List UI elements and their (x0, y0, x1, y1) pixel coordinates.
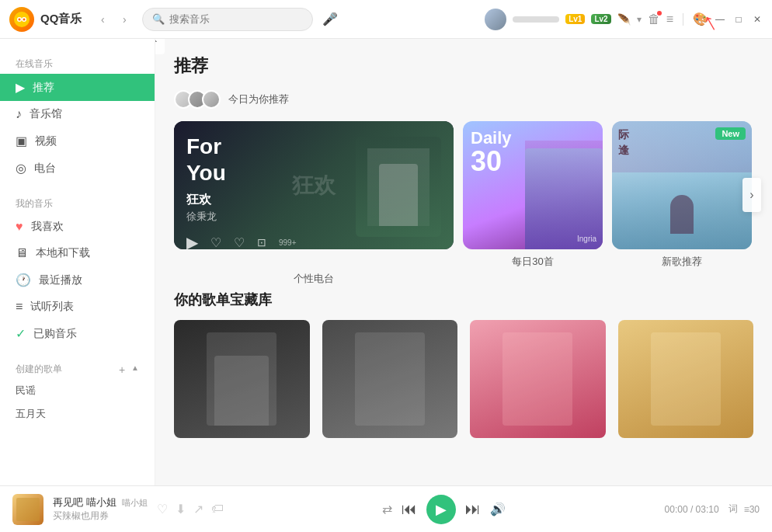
player-album-art[interactable] (12, 494, 43, 525)
next-button[interactable]: ⏭ (465, 500, 481, 518)
new-songs-label: 新歌推荐 (612, 254, 752, 269)
sidebar-item-recent[interactable]: 🕐 最近播放 (0, 266, 155, 294)
add-playlist-icon[interactable]: + (119, 363, 125, 376)
content-area: ‹ 推荐 今日为你推荐 ForYou (155, 39, 772, 485)
maximize-button[interactable]: □ (733, 14, 744, 25)
playlist-card-3[interactable] (470, 320, 606, 438)
player-tag-icon[interactable]: 🏷 (211, 502, 224, 516)
sidebar-item-music-hall[interactable]: ♪ 音乐馆 (0, 101, 155, 127)
shuffle-button[interactable]: ⇄ (382, 502, 392, 516)
for-you-card[interactable]: ForYou 狂欢 徐秉龙 ▶ ♡ ♡ ⊡ 999+ (174, 121, 454, 249)
nav-forward[interactable]: › (116, 11, 133, 28)
prev-button[interactable]: ⏮ (402, 500, 417, 518)
sidebar-divider (0, 182, 155, 191)
playlist-person-1 (207, 332, 276, 426)
rec-avatars (174, 90, 221, 109)
player-like-icon[interactable]: ♡ (157, 502, 168, 516)
user-area: Lv1 Lv2 🪶 ▾ (353, 9, 641, 30)
carousel-prev[interactable]: ‹ (155, 39, 165, 54)
sidebar-item-label: 最近播放 (39, 273, 82, 287)
album-art-area: 狂欢 (356, 134, 441, 237)
sidebar-item-label: 视频 (35, 134, 57, 148)
trash-icon[interactable]: 🗑 (648, 12, 660, 26)
sidebar-item-favorites[interactable]: ♥ 我喜欢 (0, 214, 155, 240)
title-bar-icons: 🗑 ≡ 🎨 (648, 12, 708, 26)
video-icon: ▣ (16, 134, 27, 148)
playlist-person-2 (355, 332, 425, 426)
playlist-section: 你的歌单宝藏库 (174, 290, 753, 438)
player-share-icon[interactable]: ↗ (193, 502, 203, 516)
player-download-icon[interactable]: ⬇ (176, 502, 186, 516)
radio-icon: ◎ (16, 161, 26, 176)
new-songs-card[interactable]: New 际 逢 (612, 121, 752, 249)
play-button[interactable]: ▶ (426, 495, 456, 524)
dropdown-arrow[interactable]: ▾ (637, 14, 642, 25)
sidebar-item-label: 本地和下载 (36, 246, 90, 260)
featured-cards: ForYou 狂欢 徐秉龙 ▶ ♡ ♡ ⊡ 999+ (174, 121, 753, 269)
playlist-card-4[interactable] (618, 320, 754, 438)
playlist-img-2 (322, 320, 458, 438)
collapse-icon[interactable]: ▲ (131, 363, 139, 376)
playlist-img-4 (618, 320, 754, 438)
level1-badge: Lv1 (565, 14, 585, 24)
minimize-button[interactable]: — (715, 14, 725, 25)
sidebar-item-recommend[interactable]: ▶ 推荐 (0, 74, 155, 101)
playlist-card-2[interactable] (322, 320, 458, 438)
skin-icon[interactable]: 🎨 (693, 12, 708, 26)
player-actions: ♡ ⬇ ↗ 🏷 (157, 502, 224, 516)
sidebar-item-purchased[interactable]: ✓ 已购音乐 (0, 320, 155, 347)
player-song-title: 再见吧 喵小姐 喵小姐 (53, 495, 148, 509)
player-time: 00:00 / 03:10 (665, 504, 719, 515)
sidebar-item-label: 推荐 (33, 81, 54, 95)
for-you-label-bottom: 个性电台 (174, 271, 454, 286)
mic-button[interactable]: 🎤 (319, 9, 341, 30)
created-section-actions: + ▲ (119, 363, 139, 376)
online-section-label: 在线音乐 (0, 51, 155, 74)
search-icon: 🔍 (152, 13, 165, 25)
daily30-person (525, 141, 603, 249)
sidebar-item-local[interactable]: 🖥 本地和下载 (0, 240, 155, 266)
player-artist: 买辣椒也用券 (53, 509, 148, 523)
sidebar-item-label: 电台 (34, 162, 56, 176)
sidebar-item-label: 我喜欢 (31, 220, 64, 234)
carousel-next[interactable]: › (742, 178, 761, 212)
playlist-button[interactable]: ≡30 (744, 504, 760, 515)
rec-avatar-3 (202, 90, 221, 109)
daily30-card[interactable]: Daily 30 Ingria (463, 121, 603, 249)
nav-back[interactable]: ‹ (94, 11, 111, 28)
playlist-section-title: 你的歌单宝藏库 (174, 290, 753, 309)
playlist-item-mayday[interactable]: 五月天 (0, 402, 155, 426)
main-layout: 在线音乐 ▶ 推荐 ♪ 音乐馆 ▣ 视频 ◎ 电台 我的音乐 ♥ 我喜欢 🖥 本… (0, 39, 772, 485)
app-name: QQ音乐 (40, 12, 82, 26)
wing-icon: 🪶 (617, 13, 631, 26)
menu-icon[interactable]: ≡ (666, 12, 673, 26)
sidebar-item-radio[interactable]: ◎ 电台 (0, 155, 155, 182)
sidebar-item-trial[interactable]: ≡ 试听列表 (0, 294, 155, 320)
trial-icon: ≡ (16, 300, 23, 314)
playlist-item-minyao[interactable]: 民谣 (0, 379, 155, 402)
volume-button[interactable]: 🔊 (490, 502, 506, 516)
search-input[interactable] (169, 13, 303, 25)
daily30-card-label: 每日30首 (463, 254, 603, 269)
sidebar-item-video[interactable]: ▣ 视频 (0, 127, 155, 155)
purchased-icon: ✓ (16, 326, 26, 341)
search-bar[interactable]: 🔍 (142, 8, 313, 31)
close-button[interactable]: ✕ (752, 14, 763, 25)
content-inner: 推荐 今日为你推荐 ForYou (155, 39, 772, 454)
recommend-icon: ▶ (16, 80, 25, 95)
artist-suffix: 喵小姐 (122, 498, 148, 507)
playlist-card-1[interactable] (174, 320, 310, 438)
avatar[interactable] (485, 9, 506, 30)
recent-icon: 🕐 (16, 273, 31, 287)
svg-point-3 (19, 18, 21, 20)
person-silhouette-new (670, 195, 694, 234)
created-section-label: 创建的歌单 (16, 363, 62, 376)
created-section-header: 创建的歌单 + ▲ (0, 356, 155, 379)
rec-bar: 今日为你推荐 (174, 90, 753, 109)
title-bar: QQ音乐 ‹ › 🔍 🎤 Lv1 Lv2 🪶 ▾ 🗑 ≡ 🎨 — □ ✕ ↑ (0, 0, 772, 39)
new-songs-container: New 际 逢 (612, 121, 752, 269)
playlist-person-4 (651, 332, 721, 426)
logo-area: QQ音乐 (9, 7, 82, 32)
lyric-button[interactable]: 词 (729, 502, 738, 516)
level2-badge: Lv2 (591, 14, 610, 24)
